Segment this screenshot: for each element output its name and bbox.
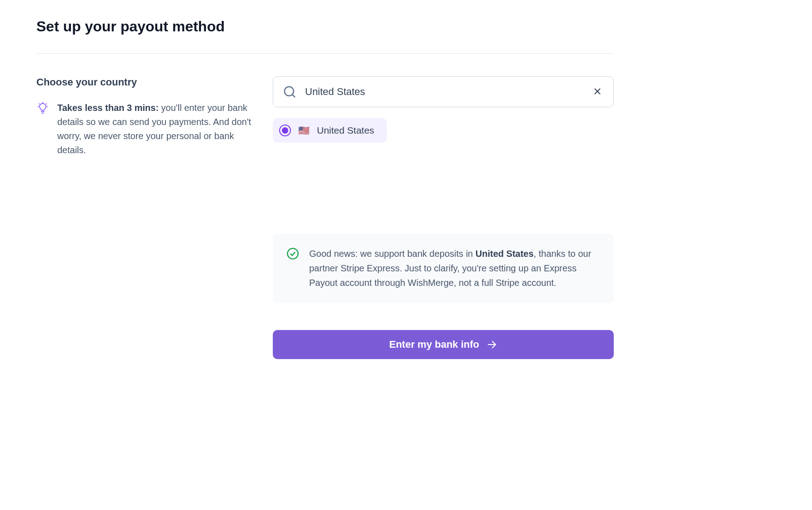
arrow-right-icon [486,339,497,350]
country-search-input[interactable] [273,76,614,107]
check-circle-icon [286,247,299,260]
lightbulb-icon [36,102,49,115]
svg-line-3 [39,104,40,104]
support-info-text: Good news: we support bank deposits in U… [309,246,600,290]
cta-label: Enter my bank info [389,339,479,350]
tip-bold: Takes less than 3 mins: [57,103,159,113]
enter-bank-info-button[interactable]: Enter my bank info [273,330,614,359]
flag-icon: 🇺🇸 [298,126,310,135]
country-option-label: United States [317,125,374,136]
page-title: Set up your payout method [36,18,614,35]
info-prefix: Good news: we support bank deposits in [309,249,476,259]
svg-line-4 [46,104,46,104]
svg-line-6 [292,95,295,97]
clear-search-button[interactable] [589,84,606,100]
radio-selected-icon [279,125,291,136]
search-icon [283,85,296,99]
tip-row: Takes less than 3 mins: you'll enter you… [36,101,255,157]
close-icon [592,86,602,98]
country-search-wrap [273,76,614,107]
divider [36,53,614,54]
choose-country-heading: Choose your country [36,76,255,88]
support-info-box: Good news: we support bank deposits in U… [273,234,614,303]
svg-point-9 [287,248,298,259]
info-country: United States [476,249,534,259]
tip-text: Takes less than 3 mins: you'll enter you… [57,101,255,157]
country-option-united-states[interactable]: 🇺🇸 United States [273,118,387,143]
